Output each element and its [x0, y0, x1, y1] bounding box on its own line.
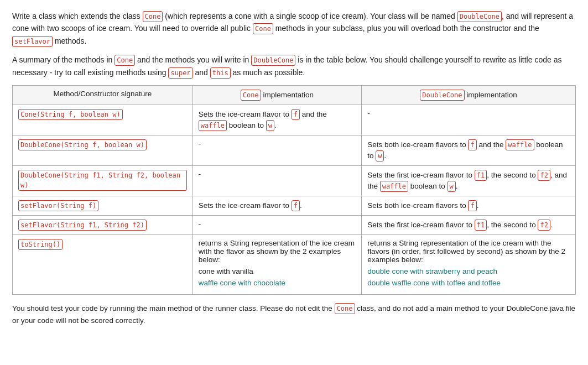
intro-section: Write a class which extends the class Co…	[12, 10, 576, 79]
doublecone-impl-cell: Sets both ice-cream flavors to f.	[362, 196, 576, 215]
col-header-cone: Cone implementation	[192, 85, 361, 105]
method-code: Cone(String f, boolean w)	[18, 109, 123, 120]
doublecone-impl-cell: -	[362, 105, 576, 135]
col-header-doublecone: DoubleCone implementation	[362, 85, 576, 105]
inline-code: Cone	[335, 303, 355, 314]
inline-code: setFlavor	[12, 36, 53, 47]
inline-code: Cone	[253, 23, 273, 34]
table-header-row: Method/Constructor signature Cone implem…	[13, 85, 576, 105]
method-code: setFlavor(String f1, String f2)	[18, 220, 147, 231]
footer-section: You should test your code by running the…	[12, 303, 576, 326]
cone-impl-cell: returns a String representation of the i…	[192, 234, 361, 294]
cell-line: returns a String representation of the i…	[199, 239, 356, 264]
cell-line: double waffle cone with toffee and toffe…	[367, 279, 570, 287]
cone-impl-cell: Sets the ice-cream flavor to f and the w…	[192, 105, 361, 135]
inline-code: Cone	[143, 11, 163, 22]
cone-header-badge: Cone	[241, 90, 261, 101]
table-row: setFlavor(String f)Sets the ice-cream fl…	[13, 196, 576, 215]
inline-code: f1	[475, 220, 487, 231]
inline-code: waffle	[506, 139, 534, 150]
table-row: DoubleCone(String f1, String f2, boolean…	[13, 165, 576, 196]
method-signature-cell: DoubleCone(String f, boolean w)	[13, 135, 193, 165]
cell-line: cone with vanilla	[199, 267, 356, 275]
inline-code: f2	[538, 170, 550, 181]
inline-code: waffle	[380, 181, 408, 192]
cell-line: waffle cone with chocolate	[199, 279, 356, 287]
doublecone-impl-cell: returns a String representation of the i…	[362, 234, 576, 294]
inline-code: f1	[475, 170, 487, 181]
table-row: DoubleCone(String f, boolean w)-Sets bot…	[13, 135, 576, 165]
method-signature-cell: setFlavor(String f1, String f2)	[13, 215, 193, 234]
doublecone-impl-cell: Sets the first ice-cream flavor to f1, t…	[362, 215, 576, 234]
inline-code: f	[292, 200, 300, 211]
doublecone-impl-cell: Sets both ice-cream flavors to f and the…	[362, 135, 576, 165]
teal-text: waffle cone with chocolate	[199, 279, 285, 287]
inline-code: super	[168, 67, 192, 79]
intro-paragraph-1: Write a class which extends the class Co…	[12, 10, 576, 47]
inline-code: DoubleCone	[457, 11, 502, 22]
method-code: DoubleCone(String f1, String f2, boolean…	[18, 170, 187, 191]
doublecone-impl-cell: Sets the first ice-cream flavor to f1, t…	[362, 165, 576, 196]
cone-impl-cell: -	[192, 165, 361, 196]
teal-text: double cone with strawberry and peach	[367, 267, 497, 275]
table-row: toString()returns a String representatio…	[13, 234, 576, 294]
cone-impl-cell: -	[192, 215, 361, 234]
method-code: DoubleCone(String f, boolean w)	[18, 139, 147, 150]
methods-table: Method/Constructor signature Cone implem…	[12, 85, 576, 295]
table-row: Cone(String f, boolean w)Sets the ice-cr…	[13, 105, 576, 135]
inline-code: w	[266, 120, 274, 131]
table-body: Cone(String f, boolean w)Sets the ice-cr…	[13, 105, 576, 294]
inline-code: waffle	[199, 120, 227, 131]
cell-line: double cone with strawberry and peach	[367, 267, 570, 275]
cone-impl-cell: -	[192, 135, 361, 165]
teal-text: double waffle cone with toffee and toffe…	[367, 279, 501, 287]
method-signature-cell: setFlavor(String f)	[13, 196, 193, 215]
inline-code: DoubleCone	[251, 55, 295, 66]
method-signature-cell: Cone(String f, boolean w)	[13, 105, 193, 135]
inline-code: this	[210, 67, 231, 79]
inline-code: w	[447, 181, 456, 192]
inline-code: f2	[538, 220, 550, 231]
method-code: toString()	[18, 239, 63, 250]
method-signature-cell: DoubleCone(String f1, String f2, boolean…	[13, 165, 193, 196]
inline-code: Cone	[115, 55, 135, 66]
inline-code: f	[292, 109, 300, 120]
inline-code: f	[468, 200, 476, 211]
method-signature-cell: toString()	[13, 234, 193, 294]
intro-paragraph-2: A summary of the methods in Cone and the…	[12, 54, 576, 79]
inline-code: w	[376, 150, 384, 161]
table-row: setFlavor(String f1, String f2)-Sets the…	[13, 215, 576, 234]
doublecone-header-badge: DoubleCone	[420, 90, 464, 101]
inline-code: f	[468, 139, 476, 150]
cell-line: returns a String representation of the i…	[367, 239, 570, 264]
method-code: setFlavor(String f)	[18, 200, 98, 211]
col-header-signature: Method/Constructor signature	[13, 85, 193, 105]
main-content: Write a class which extends the class Co…	[12, 10, 576, 326]
cone-impl-cell: Sets the ice-cream flavor to f.	[192, 196, 361, 215]
